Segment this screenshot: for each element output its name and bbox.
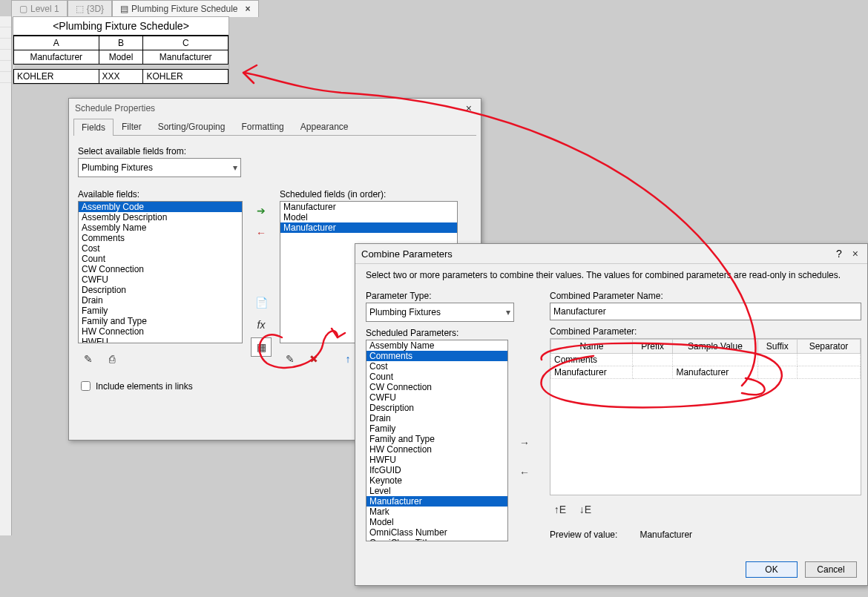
list-item[interactable]: Cost <box>366 361 507 372</box>
list-item[interactable]: Level <box>366 486 507 496</box>
tab-filter[interactable]: Filter <box>114 118 150 135</box>
grid-cell[interactable] <box>757 354 797 366</box>
list-item[interactable]: Family <box>366 423 507 434</box>
grid-cell[interactable]: Comments <box>551 354 633 366</box>
list-item[interactable]: Description <box>79 285 242 295</box>
tab-schedule[interactable]: ▤ Plumbing Fixture Schedule × <box>112 0 258 17</box>
col-letter[interactable]: C <box>143 36 228 50</box>
list-item[interactable]: Comments <box>366 351 507 361</box>
grid-header[interactable]: Sample Value <box>673 340 757 354</box>
close-icon[interactable]: × <box>463 102 475 114</box>
list-item[interactable]: Keynote <box>366 475 507 486</box>
list-item[interactable]: Assembly Name <box>366 340 507 351</box>
list-item[interactable]: Description <box>366 403 507 413</box>
cell[interactable]: XXX <box>99 70 143 84</box>
new-parameter-icon[interactable]: ⎙ <box>102 349 122 369</box>
combined-name-label: Combined Parameter Name: <box>550 291 861 301</box>
list-item[interactable]: CW Connection <box>366 382 507 392</box>
list-item[interactable]: Family and Type <box>79 316 242 326</box>
list-item[interactable]: OmniClass Title <box>366 538 507 541</box>
dialog-title: Schedule Properties <box>75 103 155 113</box>
include-links-checkbox[interactable]: Include elements in links <box>78 379 243 393</box>
edit-icon[interactable]: ✎ <box>280 349 300 369</box>
move-up-icon[interactable]: ↑E <box>550 500 571 519</box>
grid-cell[interactable] <box>757 366 797 379</box>
schedule-view: <Plumbing Fixture Schedule> A B C Manufa… <box>13 16 229 85</box>
calculated-icon[interactable]: fx <box>251 315 272 334</box>
list-item[interactable]: IfcGUID <box>366 465 507 475</box>
grid-cell[interactable] <box>632 366 673 379</box>
scheduled-parameters-list[interactable]: Assembly NameCommentsCostCountCW Connect… <box>366 340 508 541</box>
list-item[interactable]: Drain <box>366 413 507 423</box>
col-header[interactable]: Manufacturer <box>14 50 99 65</box>
list-item[interactable]: Manufacturer <box>366 496 507 507</box>
list-item[interactable]: Family and Type <box>366 434 507 444</box>
tab-level1[interactable]: ▢ Level 1 <box>11 0 68 17</box>
list-item[interactable]: Manufacturer <box>280 222 457 233</box>
list-item[interactable]: OmniClass Number <box>366 527 507 538</box>
grid-cell[interactable] <box>673 354 757 366</box>
cell[interactable]: KOHLER <box>14 70 99 84</box>
grid-header[interactable]: Separator <box>797 340 860 354</box>
list-item[interactable]: Assembly Code <box>79 202 242 212</box>
col-header[interactable]: Manufacturer <box>143 50 228 65</box>
new-icon[interactable]: 📄 <box>251 293 272 312</box>
parameter-type-select[interactable]: Plumbing Fixtures <box>366 303 514 322</box>
tab-appearance[interactable]: Appearance <box>292 118 357 135</box>
edit-icon[interactable]: ✎ <box>78 349 99 369</box>
list-item[interactable]: Assembly Name <box>79 222 242 233</box>
list-item[interactable]: HWFU <box>79 337 242 343</box>
col-header[interactable]: Model <box>99 50 143 65</box>
grid-cell[interactable] <box>632 354 673 366</box>
list-item[interactable]: CW Connection <box>79 264 242 274</box>
list-item[interactable]: Cost <box>79 243 242 254</box>
tab-formatting[interactable]: Formatting <box>233 118 292 135</box>
add-parameter-icon[interactable]: → <box>514 433 535 452</box>
col-letter[interactable]: A <box>14 36 99 50</box>
list-item[interactable]: Model <box>366 517 507 527</box>
list-item[interactable]: Assembly Description <box>79 212 242 222</box>
combined-parameter-grid[interactable]: NamePrefixSample ValueSuffixSeparator Co… <box>550 338 861 495</box>
list-item[interactable]: Count <box>366 372 507 382</box>
tab-fields[interactable]: Fields <box>73 119 114 136</box>
remove-field-icon[interactable]: ← <box>251 223 272 243</box>
list-item[interactable]: Mark <box>366 507 507 517</box>
combined-name-input[interactable] <box>550 303 861 320</box>
list-item[interactable]: Family <box>79 306 242 316</box>
checkbox[interactable] <box>81 381 91 391</box>
close-icon[interactable]: × <box>245 4 250 14</box>
grid-header[interactable]: Suffix <box>757 340 797 354</box>
move-down-icon[interactable]: ↓E <box>575 500 596 519</box>
list-item[interactable]: Model <box>280 212 457 222</box>
combine-parameters-icon[interactable]: ▦ <box>251 337 272 357</box>
ok-button[interactable]: OK <box>746 561 798 578</box>
list-item[interactable]: HW Connection <box>79 326 242 337</box>
list-item[interactable]: CWFU <box>79 274 242 285</box>
grid-header[interactable]: Name <box>551 340 633 354</box>
delete-icon[interactable]: ✖ <box>303 349 324 369</box>
add-field-icon[interactable]: ➔ <box>251 201 272 220</box>
list-item[interactable]: Drain <box>79 295 242 306</box>
remove-parameter-icon[interactable]: ← <box>514 463 535 482</box>
list-item[interactable]: Count <box>79 254 242 264</box>
category-select[interactable]: Plumbing Fixtures <box>78 158 241 177</box>
col-letter[interactable]: B <box>99 36 143 50</box>
available-fields-list[interactable]: Assembly CodeAssembly DescriptionAssembl… <box>78 201 243 343</box>
grid-cell[interactable]: Manufacturer <box>551 366 633 379</box>
list-item[interactable]: HW Connection <box>366 444 507 455</box>
cancel-button[interactable]: Cancel <box>805 561 857 578</box>
grid-cell[interactable] <box>797 366 860 379</box>
select-from-label: Select available fields from: <box>78 146 472 156</box>
help-icon[interactable]: ? <box>836 248 842 260</box>
grid-cell[interactable] <box>797 354 860 366</box>
list-item[interactable]: CWFU <box>366 392 507 403</box>
grid-header[interactable]: Prefix <box>632 340 673 354</box>
list-item[interactable]: HWFU <box>366 455 507 465</box>
cell[interactable]: KOHLER <box>143 70 228 84</box>
grid-cell[interactable]: Manufacturer <box>673 366 757 379</box>
list-item[interactable]: Comments <box>79 233 242 243</box>
tab-3d[interactable]: ⬚ {3D} <box>68 0 112 17</box>
close-icon[interactable]: × <box>849 248 861 260</box>
list-item[interactable]: Manufacturer <box>280 202 457 212</box>
tab-sorting[interactable]: Sorting/Grouping <box>150 118 234 135</box>
